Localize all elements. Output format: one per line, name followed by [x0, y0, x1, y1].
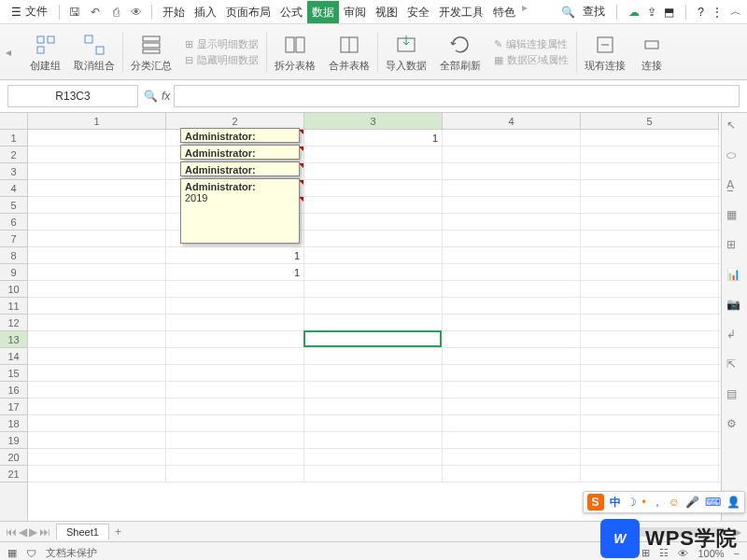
tab-view[interactable]: 视图	[371, 1, 402, 23]
cell-r8c5[interactable]	[581, 247, 719, 264]
tab-insert[interactable]: 插入	[190, 1, 221, 23]
tab-dev[interactable]: 开发工具	[434, 1, 488, 23]
last-sheet-icon[interactable]: ⏭	[39, 525, 50, 539]
fx-label[interactable]: fx	[162, 90, 170, 103]
cell-r13c3[interactable]	[304, 331, 443, 348]
cell-r17c4[interactable]	[443, 399, 581, 415]
cell-r11c2[interactable]	[166, 298, 304, 315]
keyboard-icon[interactable]: ⌨	[705, 496, 721, 509]
grid-mode-icon[interactable]: ▦	[7, 547, 17, 559]
ime-sogou-icon[interactable]: S	[587, 494, 604, 511]
cell-r8c4[interactable]	[443, 247, 581, 264]
cell-r3c5[interactable]	[581, 163, 719, 180]
cell-r16c4[interactable]	[443, 382, 581, 399]
row-header-13[interactable]: 13	[0, 331, 27, 348]
comment-box-2[interactable]: Administrator:	[180, 145, 300, 160]
preview-icon[interactable]: 👁	[127, 3, 146, 21]
cell-r1c3[interactable]: 1	[304, 130, 443, 147]
tab-layout[interactable]: 页面布局	[221, 1, 275, 23]
formula-input[interactable]	[174, 85, 740, 107]
prev-sheet-icon[interactable]: ◀	[19, 525, 27, 539]
ime-lang[interactable]: 中	[610, 495, 621, 511]
cell-r18c3[interactable]	[304, 415, 443, 432]
cell-r16c2[interactable]	[166, 382, 304, 399]
cell-r6c5[interactable]	[581, 214, 719, 231]
cell-r12c1[interactable]	[28, 315, 166, 331]
cell-r15c5[interactable]	[581, 365, 719, 382]
cell-r2c1[interactable]	[28, 147, 166, 163]
split-table-button[interactable]: 拆分表格	[269, 32, 321, 73]
ribbon-prev-icon[interactable]: ◂	[6, 46, 22, 59]
row-header-19[interactable]: 19	[0, 432, 27, 449]
cell-r3c4[interactable]	[443, 163, 581, 180]
cell-r15c4[interactable]	[443, 365, 581, 382]
name-box[interactable]: R13C3	[7, 85, 138, 107]
cell-r12c4[interactable]	[443, 315, 581, 331]
cell-r5c3[interactable]	[304, 197, 443, 214]
cell-r10c5[interactable]	[581, 281, 719, 298]
cell-r18c4[interactable]	[443, 415, 581, 432]
col-header-5[interactable]: 5	[581, 113, 719, 129]
cell-r20c5[interactable]	[581, 449, 719, 466]
cell-r17c3[interactable]	[304, 399, 443, 415]
cell-r19c4[interactable]	[443, 432, 581, 449]
cell-r2c5[interactable]	[581, 147, 719, 163]
cell-r11c4[interactable]	[443, 298, 581, 315]
cell-r13c1[interactable]	[28, 331, 166, 348]
moon-icon[interactable]: ☽	[627, 496, 637, 509]
cell-r19c5[interactable]	[581, 432, 719, 449]
cell-r14c2[interactable]	[166, 348, 304, 365]
magnify-icon[interactable]: 🔍	[144, 90, 158, 103]
cell-r16c1[interactable]	[28, 382, 166, 399]
cell-r2c4[interactable]	[443, 147, 581, 163]
col-header-3[interactable]: 3	[304, 113, 443, 129]
cell-r20c3[interactable]	[304, 449, 443, 466]
cursor-icon[interactable]: ↖	[726, 119, 743, 135]
next-sheet-icon[interactable]: ▶	[29, 525, 37, 539]
cell-r16c3[interactable]	[304, 382, 443, 399]
row-header-11[interactable]: 11	[0, 298, 27, 315]
tab-review[interactable]: 审阅	[339, 1, 371, 23]
cell-r21c2[interactable]	[166, 466, 304, 483]
cell-r7c3[interactable]	[304, 231, 443, 247]
cell-r14c4[interactable]	[443, 348, 581, 365]
cell-r10c2[interactable]	[166, 281, 304, 298]
cell-r14c5[interactable]	[581, 348, 719, 365]
cell-r6c1[interactable]	[28, 214, 166, 231]
cell-r8c2[interactable]: 1	[166, 247, 304, 264]
col-header-2[interactable]: 2	[166, 113, 304, 129]
wrap-icon[interactable]: ↲	[726, 328, 743, 344]
print-icon[interactable]: ⎙	[106, 3, 125, 21]
comment-box-4[interactable]: Administrator:2019	[180, 178, 300, 244]
camera-icon[interactable]: 📷	[726, 298, 743, 315]
undo-icon[interactable]: ↶	[86, 3, 105, 21]
cell-r18c5[interactable]	[581, 415, 719, 432]
cell-r15c1[interactable]	[28, 365, 166, 382]
row-header-9[interactable]: 9	[0, 264, 27, 281]
spreadsheet-grid[interactable]: 123456 123456789101112131415161718192021…	[0, 112, 747, 541]
tab-start[interactable]: 开始	[158, 1, 190, 23]
cell-r12c2[interactable]	[166, 315, 304, 331]
cell-r1c5[interactable]	[581, 130, 719, 147]
cell-r9c3[interactable]	[304, 264, 443, 281]
cell-r16c5[interactable]	[581, 382, 719, 399]
row-header-7[interactable]: 7	[0, 231, 27, 247]
settings-icon[interactable]: ⚙	[726, 417, 743, 434]
import-data-button[interactable]: 导入数据	[380, 32, 432, 73]
row-header-16[interactable]: 16	[0, 382, 27, 399]
more-tabs-icon[interactable]: ▸	[520, 1, 529, 23]
sheet-tab-1[interactable]: Sheet1	[56, 524, 109, 539]
comment-box-1[interactable]: Administrator:	[180, 128, 300, 143]
tab-formula[interactable]: 公式	[275, 1, 307, 23]
person-icon[interactable]: 👤	[726, 496, 740, 509]
cell-r5c4[interactable]	[443, 197, 581, 214]
cell-r12c3[interactable]	[304, 315, 443, 331]
row-header-3[interactable]: 3	[0, 163, 27, 180]
row-header-12[interactable]: 12	[0, 315, 27, 331]
export-sb-icon[interactable]: ⇱	[726, 357, 743, 374]
row-header-17[interactable]: 17	[0, 399, 27, 415]
cell-r11c5[interactable]	[581, 298, 719, 315]
tab-feature[interactable]: 特色	[488, 1, 520, 23]
cell-r4c3[interactable]	[304, 180, 443, 197]
shield-icon[interactable]: 🛡	[26, 548, 36, 559]
